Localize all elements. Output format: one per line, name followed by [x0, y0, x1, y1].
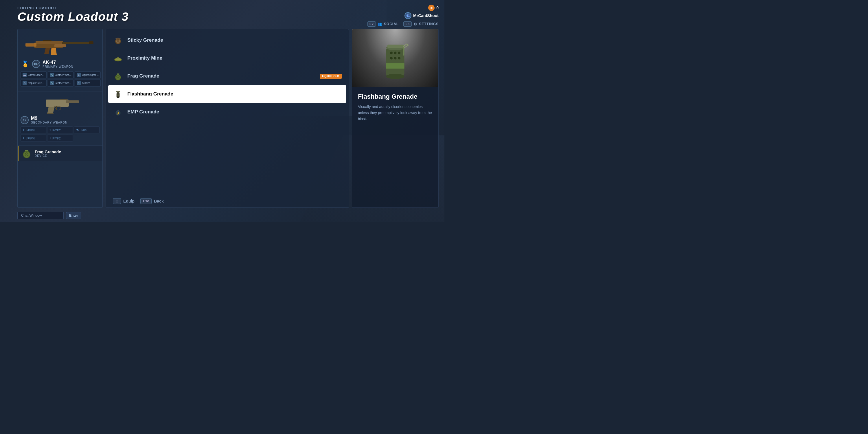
device-section[interactable]: Frag Grenade DEVICE — [18, 146, 102, 161]
rank-emblem: 🏅 — [21, 59, 30, 69]
chat-input[interactable]: Chat Window — [18, 212, 64, 219]
secondary-slot-2[interactable]: + [Empty] — [21, 134, 46, 142]
plus-icon-1: + — [49, 128, 51, 132]
username: MrCantShoot — [413, 13, 439, 18]
svg-marker-12 — [47, 107, 54, 114]
equip-label: Equip — [123, 199, 134, 204]
svg-rect-38 — [118, 110, 119, 112]
detail-info: Flashbang Grenade Visually and aurally d… — [352, 87, 438, 208]
proximity-mine-name: Proximity Mine — [127, 55, 342, 61]
svg-point-47 — [390, 57, 393, 60]
svg-point-44 — [390, 52, 393, 54]
plus-icon-0: + — [23, 128, 25, 132]
back-button[interactable]: Esc Back — [140, 198, 164, 204]
attachment-icon-5: ⊙ — [77, 81, 81, 85]
svg-rect-9 — [46, 99, 69, 107]
detail-grenade-3d — [369, 32, 421, 84]
attachment-slot-0[interactable]: ▬ Barrel Exten... — [21, 71, 46, 79]
grenade-item-emp[interactable]: ⚡ EMP Grenade — [108, 103, 346, 121]
secondary-level: 12 — [21, 116, 29, 124]
svg-point-48 — [394, 57, 397, 60]
main-layout: 🏅 107 AK-47 PRIMARY WEAPON ▬ Barrel Exte… — [18, 29, 439, 208]
svg-point-26 — [118, 58, 119, 59]
equip-key: ⊟ — [113, 198, 121, 204]
settings-icon: ⚙ — [413, 22, 417, 26]
chat-window: Chat Window Enter — [18, 212, 81, 219]
svg-rect-43 — [386, 63, 404, 69]
svg-rect-14 — [47, 113, 54, 114]
settings-button[interactable]: F3 ⚙ SETTINGS — [403, 22, 439, 27]
device-icon-area — [22, 148, 32, 159]
svg-rect-7 — [43, 40, 52, 41]
attachment-slot-5[interactable]: ⊙ Bronze — [75, 80, 101, 87]
hud-buttons: F2 👥 SOCIAL F3 ⚙ SETTINGS — [368, 22, 439, 27]
device-type: DEVICE — [35, 154, 61, 157]
detail-panel: Flashbang Grenade Visually and aurally d… — [352, 29, 439, 208]
equip-button[interactable]: ⊟ Equip — [113, 198, 134, 204]
attachment-slot-2[interactable]: ◈ Lightweighte... — [75, 71, 101, 79]
social-button[interactable]: F2 👥 SOCIAL — [368, 22, 399, 27]
frag-grenade-name: Frag Grenade — [127, 73, 316, 79]
secondary-slot-skin[interactable]: 👁 [Skin] — [74, 126, 99, 133]
svg-point-49 — [398, 57, 400, 60]
secondary-attachments-grid: + [Empty] + [Empty] 👁 [Skin] + [Empty] + — [21, 125, 99, 143]
primary-weapon-info: 🏅 107 AK-47 PRIMARY WEAPON — [21, 58, 99, 70]
attachment-slot-1[interactable]: 🔧 Leather-Wra... — [48, 71, 73, 79]
chat-enter-button[interactable]: Enter — [66, 212, 81, 219]
svg-rect-17 — [25, 150, 28, 151]
empty-label-1: [Empty] — [52, 128, 61, 131]
secondary-slot-3[interactable]: + [Empty] — [47, 134, 73, 142]
grenade-item-proximity[interactable]: Proximity Mine — [108, 50, 346, 67]
flashbang-grenade-name: Flashbang Grenade — [127, 91, 342, 97]
attachment-label-4: Leather-Wra... — [55, 82, 71, 85]
attachment-icon-0: ▬ — [23, 73, 27, 77]
back-key: Esc — [140, 198, 152, 204]
device-info: Frag Grenade DEVICE — [35, 150, 61, 157]
profile-display: 41 MrCantShoot — [404, 12, 439, 19]
sticky-grenade-name: Sticky Grenade — [127, 37, 342, 43]
secondary-weapon-name: M9 — [31, 116, 67, 121]
proximity-mine-icon-wrapper — [113, 53, 123, 63]
secondary-slot-0[interactable]: + [Empty] — [21, 126, 46, 133]
attachment-icon-1: 🔧 — [50, 73, 54, 77]
emp-grenade-icon: ⚡ — [114, 107, 123, 117]
primary-weapon-type: PRIMARY WEAPON — [42, 65, 73, 68]
svg-rect-51 — [388, 44, 403, 48]
attachment-label-3: Rapid Fire B... — [28, 82, 44, 85]
grenade-item-flashbang[interactable]: Flashbang Grenade — [108, 85, 346, 103]
emp-grenade-name: EMP Grenade — [127, 109, 342, 115]
grenade-list: Sticky Grenade Proximity Mine — [106, 32, 349, 195]
ak47-svg — [26, 35, 95, 55]
empty-label-2: [Empty] — [26, 136, 35, 140]
svg-rect-10 — [66, 100, 79, 103]
attachment-label-2: Lightweighte... — [82, 73, 99, 76]
social-label: SOCIAL — [384, 22, 399, 26]
secondary-slot-1[interactable]: + [Empty] — [47, 126, 73, 133]
flashbang-grenade-icon — [114, 89, 123, 99]
grenade-item-sticky[interactable]: Sticky Grenade — [108, 32, 346, 49]
attachment-slot-3[interactable]: ⊙ Rapid Fire B... — [21, 80, 46, 87]
svg-point-45 — [394, 52, 397, 54]
level-badge: 41 — [404, 12, 411, 19]
coin-value: 0 — [436, 5, 439, 10]
svg-point-36 — [117, 94, 119, 96]
empty-label-3: [Empty] — [52, 136, 61, 140]
empty-label-skin: [Skin] — [81, 128, 87, 131]
detail-description: Visually and aurally disorients enemies … — [358, 104, 433, 122]
grenade-item-frag[interactable]: Frag Grenade EQUIPPED — [108, 67, 346, 85]
coin-icon: ⊛ — [428, 5, 435, 11]
svg-point-46 — [398, 52, 400, 54]
social-icon: 👥 — [378, 22, 382, 26]
svg-marker-5 — [44, 48, 50, 54]
attachment-label-1: Leather-Wra... — [55, 73, 71, 76]
equipped-badge: EQUIPPED — [320, 74, 342, 79]
detail-image-area — [352, 29, 438, 87]
proximity-mine-icon — [114, 54, 123, 63]
attachment-slot-4[interactable]: 🔧 Leather-Wra... — [48, 80, 73, 87]
m9-svg — [40, 95, 81, 114]
loadout-title: Custom Loadout 3 — [18, 10, 129, 24]
attachment-label-5: Bronze — [82, 82, 90, 85]
level-value: 41 — [406, 14, 410, 18]
sticky-grenade-icon-wrapper — [113, 35, 123, 45]
secondary-weapon-name-block: M9 SECONDARY WEAPON — [31, 116, 67, 124]
